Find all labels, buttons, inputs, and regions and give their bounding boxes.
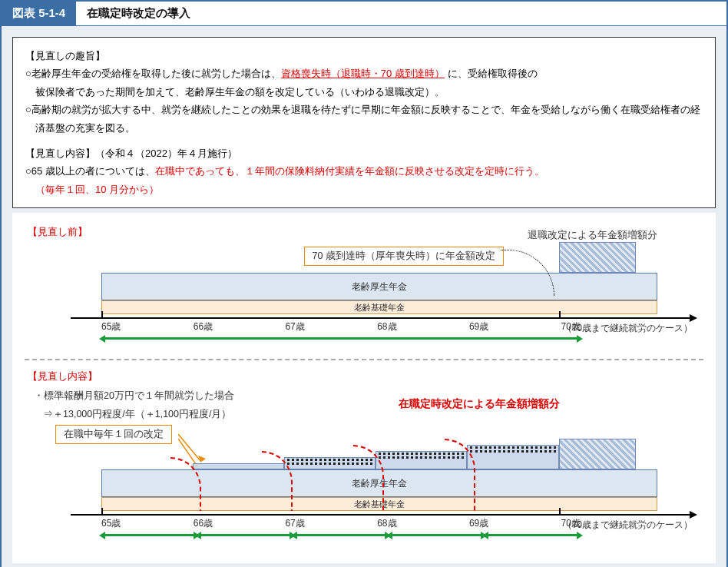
green-arrow-icon — [293, 534, 389, 540]
figure-number: 図表 5-1-4 — [2, 2, 76, 26]
green-arrow-icon — [485, 534, 581, 540]
purpose-line1b: 被保険者であった期間を加えて、老齢厚生年金の額を改定している（いわゆる退職改定）… — [25, 83, 703, 101]
green-arrow-icon — [389, 534, 485, 540]
after-label: 【見直し内容】 — [28, 370, 703, 383]
after-axis — [71, 514, 696, 516]
after-green-arrows — [101, 534, 581, 540]
before-diagram: 【見直し前】 退職改定による年金額増額分 70 歳到達時（厚年喪失時）に年金額改… — [12, 213, 716, 563]
before-label: 【見直し前】 — [28, 225, 88, 239]
after-ticks: 65歳 66歳 67歳 68歳 69歳 70歳 — [101, 517, 581, 530]
before-ticks: 65歳 66歳 67歳 68歳 69歳 70歳 — [101, 320, 581, 333]
figure-body: 【見直しの趣旨】 ○老齢厚生年金の受給権を取得した後に就労した場合は、資格喪失時… — [2, 26, 726, 567]
green-arrow-icon — [197, 534, 293, 540]
before-increment-label: 退職改定による年金額増額分 — [528, 229, 657, 242]
after-inc-5 — [559, 439, 636, 469]
content-line2: （毎年１回、10 月分から） — [25, 181, 703, 198]
divider — [25, 359, 703, 360]
before-callout: 70 歳到達時（厚年喪失時）に年金額改定 — [304, 247, 504, 266]
after-desc1: ・標準報酬月額20万円で１年間就労した場合 — [34, 388, 255, 403]
after-callout: 在職中毎年１回の改定 — [55, 425, 172, 444]
before-kiso-bar: 老齢基礎年金 — [101, 300, 657, 314]
after-increment-label: 在職定時改定による年金額増額分 — [255, 397, 703, 411]
before-axis — [71, 317, 696, 319]
before-green-arrow — [101, 337, 581, 343]
after-note: （70歳まで継続就労のケース） — [563, 519, 693, 532]
purpose-line2: ○高齢期の就労が拡大する中、就労を継続したことの効果を退職を待たずに早期に年金額… — [25, 101, 703, 137]
explanation-box: 【見直しの趣旨】 ○老齢厚生年金の受給権を取得した後に就労した場合は、資格喪失時… — [12, 37, 716, 208]
purpose-line1: ○老齢厚生年金の受給権を取得した後に就労した場合は、資格喪失時（退職時・70 歳… — [25, 65, 703, 82]
before-arrow — [501, 250, 554, 296]
before-increment-bar — [559, 242, 636, 273]
figure-title: 在職定時改定の導入 — [76, 2, 726, 26]
green-arrow-icon — [101, 337, 581, 343]
figure-header: 図表 5-1-4 在職定時改定の導入 — [2, 2, 726, 26]
figure-container: 図表 5-1-4 在職定時改定の導入 【見直しの趣旨】 ○老齢厚生年金の受給権を… — [0, 0, 728, 567]
content-line1: ○65 歳以上の者については、在職中であっても、１年間の保険料納付実績を年金額に… — [25, 162, 703, 180]
before-kosei-bar: 老齢厚生年金 — [101, 273, 657, 300]
content-red-text: 在職中であっても、１年間の保険料納付実績を年金額に反映させる改定を定時に行う。 — [155, 165, 544, 177]
green-arrow-icon — [101, 534, 197, 540]
before-note: （70歳まで継続就労のケース） — [563, 322, 693, 335]
after-desc2: ⇒＋13,000円程度/年（＋1,100円程度/月） — [43, 406, 255, 422]
content-heading: 【見直し内容】（令和４（2022）年４月施行） — [25, 144, 703, 162]
purpose-red-text: 資格喪失時（退職時・70 歳到達時） — [281, 68, 445, 79]
purpose-heading: 【見直しの趣旨】 — [25, 47, 703, 65]
